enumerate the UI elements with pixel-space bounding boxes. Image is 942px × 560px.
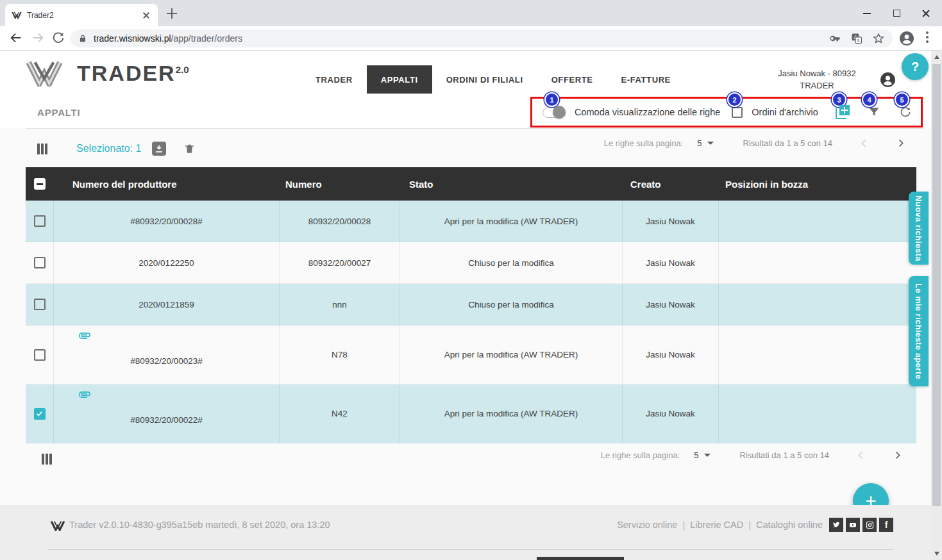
annotation-badge-5: 5: [895, 92, 909, 107]
nav-ordini-di-filiali[interactable]: ORDINI DI FILIALI: [432, 65, 537, 94]
brand-w-icon: [26, 60, 63, 86]
attachment-icon: [77, 329, 91, 343]
section-divider: [26, 128, 923, 129]
filter-icon[interactable]: [868, 106, 880, 119]
reload-icon[interactable]: [51, 31, 65, 45]
row-checkbox[interactable]: [34, 299, 46, 310]
app-logo[interactable]: TRADER2.0: [26, 60, 189, 86]
previous-page-button[interactable]: [856, 450, 866, 460]
cutoff-content: [537, 557, 624, 560]
tab-close-icon[interactable]: [141, 10, 151, 21]
col-numero-produttore[interactable]: Numero del produttore: [54, 167, 280, 201]
annotation-badge-2: 2: [727, 92, 742, 107]
archive-orders-label: Ordini d'archivio: [752, 107, 818, 117]
download-selected-button[interactable]: [152, 142, 166, 156]
download-icon: [154, 144, 164, 154]
next-page-button[interactable]: [896, 138, 905, 148]
new-tab-button[interactable]: [167, 8, 177, 19]
url-input[interactable]: trader.wisniowski.pl/app/trader/orders A…: [71, 29, 893, 47]
translate-icon[interactable]: A a: [850, 32, 863, 45]
annotation-badge-1: 1: [544, 92, 559, 107]
table-row[interactable]: 2020/0122250 80932/20/00027 Chiuso per l…: [26, 242, 916, 284]
scroll-up-icon[interactable]: [934, 55, 939, 59]
columns-settings-icon[interactable]: [42, 454, 52, 465]
cell-bozza: [719, 242, 916, 283]
archive-orders-checkbox[interactable]: [732, 107, 743, 118]
rows-per-page-caret-icon[interactable]: [704, 454, 711, 457]
footer-divider: [48, 549, 893, 550]
cell-produttore: #80932/20/00022#: [54, 384, 280, 443]
page-scrollbar[interactable]: [931, 51, 942, 560]
table-row[interactable]: #80932/20/00028# 80932/20/00028 Apri per…: [26, 201, 916, 242]
user-name: Jasiu Nowak - 80932: [760, 67, 874, 79]
browser-menu-icon[interactable]: [926, 31, 929, 45]
next-page-button[interactable]: [893, 450, 902, 460]
select-all-checkbox[interactable]: [34, 178, 46, 190]
col-stato[interactable]: Stato: [400, 167, 623, 201]
rows-per-page-value[interactable]: 5: [697, 138, 702, 148]
cell-stato: Apri per la modifica (AW TRADER): [400, 384, 623, 443]
rows-per-page-caret-icon[interactable]: [707, 142, 714, 145]
footer: [0, 505, 931, 560]
cell-numero: 80932/20/00027: [280, 242, 400, 283]
table-row[interactable]: #80932/20/00023# N78 Apri per la modific…: [26, 325, 916, 384]
table-row-selected[interactable]: #80932/20/00022# N42 Apri per la modific…: [26, 384, 916, 443]
cell-bozza: [719, 325, 916, 384]
minimize-button[interactable]: [852, 0, 882, 26]
attachment-icon: [77, 388, 91, 402]
tab-strip: Trader2: [0, 0, 942, 26]
maximize-button[interactable]: [882, 0, 911, 26]
table-row[interactable]: 2020/0121859 nnn Chiuso per la modifica …: [26, 284, 916, 325]
cell-creato: Jasiu Nowak: [623, 284, 719, 325]
twitter-icon[interactable]: [829, 518, 843, 532]
col-posizioni-bozza[interactable]: Posizioni in bozza: [719, 167, 916, 201]
annotation-badge-4: 4: [862, 92, 877, 107]
row-checkbox[interactable]: [34, 257, 46, 268]
nav-offerte[interactable]: OFFERTE: [537, 65, 607, 94]
scrollbar-thumb[interactable]: [932, 64, 941, 506]
row-checkbox[interactable]: [34, 349, 46, 361]
minimize-icon: [863, 13, 871, 14]
user-avatar-icon[interactable]: [880, 72, 896, 88]
cell-produttore: #80932/20/00023#: [54, 325, 280, 384]
cell-numero: N78: [280, 325, 400, 384]
pagination-bottom: Le righe sulla pagina: 5 Risultati da 1 …: [601, 450, 902, 460]
instagram-icon[interactable]: [862, 518, 877, 532]
side-tab-nuova-richiesta[interactable]: Nuova richiesta: [909, 192, 929, 265]
col-numero[interactable]: Numero: [280, 167, 400, 201]
footer-links: Servizio online | Librerie CAD | Catalog…: [613, 518, 893, 532]
rows-per-page-label: Le righe sulla pagina:: [604, 138, 684, 148]
footer-link-cataloghi-online[interactable]: Cataloghi online: [756, 520, 823, 530]
col-creato[interactable]: Creato: [623, 167, 719, 201]
password-key-icon[interactable]: [828, 32, 841, 45]
refresh-icon[interactable]: [899, 106, 912, 119]
forward-icon[interactable]: [31, 31, 45, 45]
row-checkbox[interactable]: [34, 215, 46, 227]
favicon-w-icon: [12, 11, 22, 19]
nav-appalti[interactable]: APPALTI: [367, 65, 432, 94]
bookmark-star-icon[interactable]: [872, 32, 885, 45]
columns-settings-icon[interactable]: [37, 144, 47, 154]
user-role: TRADER: [760, 79, 874, 92]
row-view-toggle[interactable]: [542, 106, 566, 118]
nav-trader[interactable]: TRADER: [301, 65, 367, 94]
browser-profile-avatar[interactable]: [899, 31, 914, 46]
facebook-icon[interactable]: f: [879, 518, 893, 532]
add-to-collection-icon[interactable]: [835, 104, 850, 120]
tab-title: Trader2: [27, 11, 141, 20]
side-tab-le-mie-richieste[interactable]: Le mie richieste aperte: [909, 276, 929, 386]
row-checkbox-checked[interactable]: [34, 408, 46, 420]
scroll-down-icon[interactable]: [934, 552, 939, 556]
cell-creato: Jasiu Nowak: [623, 325, 719, 384]
browser-tab[interactable]: Trader2: [5, 4, 158, 26]
footer-link-librerie-cad[interactable]: Librerie CAD: [690, 520, 743, 530]
close-window-button[interactable]: [911, 0, 941, 26]
youtube-icon[interactable]: [846, 518, 860, 532]
rows-per-page-value[interactable]: 5: [694, 450, 698, 460]
footer-link-servizio-online[interactable]: Servizio online: [617, 520, 677, 530]
help-button[interactable]: ?: [902, 53, 929, 80]
previous-page-button[interactable]: [859, 138, 869, 148]
delete-icon[interactable]: [183, 142, 196, 155]
nav-e-fatture[interactable]: E-FATTURE: [607, 65, 685, 94]
back-icon[interactable]: [9, 31, 23, 45]
